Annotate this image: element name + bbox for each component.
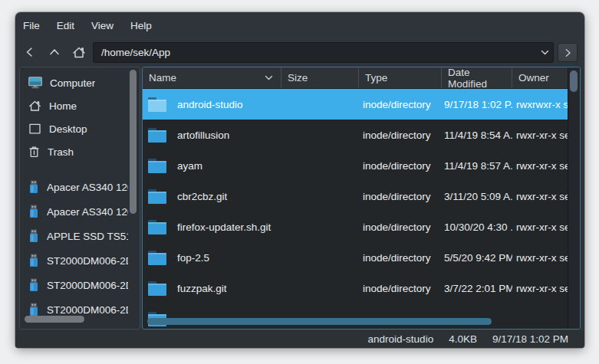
- usb-drive-icon: [28, 205, 39, 218]
- path-dropdown-button[interactable]: [536, 50, 553, 55]
- status-file-name: android-studio: [368, 333, 434, 345]
- menu-item-file[interactable]: File: [17, 17, 46, 34]
- chevron-right-icon: [562, 48, 573, 58]
- file-owner: rwxrwxr-x s: [512, 89, 569, 120]
- table-body: android-studioinode/directory9/17/18 1:0…: [143, 89, 569, 303]
- file-type: inode/directory: [359, 120, 442, 150]
- location-bar[interactable]: [93, 42, 554, 63]
- file-type: inode/directory: [359, 89, 442, 120]
- file-owner: rwxr-xr-x se: [512, 242, 569, 273]
- folder-icon: [147, 188, 167, 205]
- file-date-modified: 3/7/22 2:01 PM: [442, 273, 512, 303]
- folder-icon: [147, 280, 167, 297]
- table-row-fuzzpak.git[interactable]: fuzzpak.gitinode/directory3/7/22 2:01 PM…: [143, 273, 569, 303]
- desktop-icon: [28, 123, 41, 135]
- list-vertical-scrollbar-track[interactable]: [568, 67, 580, 330]
- sidebar-item-label: ST2000DM006-2D: [47, 304, 128, 316]
- file-size: [281, 242, 359, 273]
- file-size: [281, 181, 359, 212]
- column-header-name[interactable]: Name: [143, 67, 281, 88]
- file-date-modified: 11/4/19 8:54 A...: [442, 120, 512, 150]
- column-header-label: Name: [149, 72, 176, 84]
- up-button[interactable]: [44, 42, 64, 62]
- file-date-modified: 3/11/20 5:09 A...: [442, 181, 512, 212]
- table-row-cbr2cbz.git[interactable]: cbr2cbz.gitinode/directory3/11/20 5:09 A…: [143, 181, 569, 212]
- table-row-ayam[interactable]: ayaminode/directory11/4/19 8:57 A...rwxr…: [143, 150, 569, 181]
- file-owner: rwxr-xr-x se: [512, 212, 569, 242]
- file-name: ayam: [177, 160, 202, 172]
- column-header-label: Size: [288, 72, 308, 84]
- chevron-down-icon: [541, 50, 549, 55]
- sidebar-item-apacer-as340-120[interactable]: Apacer AS340 120: [21, 200, 128, 223]
- file-owner: rwxr-xr-x se: [512, 181, 569, 212]
- folder-icon: [147, 249, 167, 266]
- file-type: inode/directory: [359, 212, 442, 242]
- file-name: fuzzpak.git: [177, 283, 227, 294]
- sidebar-item-apple-ssd-ts512[interactable]: APPLE SSD TS512: [21, 225, 128, 248]
- sidebar-item-label: ST2000DM006-2D: [47, 255, 128, 267]
- table-row-android-studio[interactable]: android-studioinode/directory9/17/18 1:0…: [143, 89, 569, 120]
- sidebar-item-desktop[interactable]: Desktop: [21, 117, 128, 140]
- sidebar-horizontal-scrollbar[interactable]: [25, 316, 84, 323]
- sidebar-item-label: Computer: [50, 77, 95, 89]
- file-size: [281, 212, 359, 242]
- sidebar-item-trash[interactable]: Trash: [21, 140, 128, 163]
- chevron-left-icon: [24, 46, 36, 58]
- file-size: [281, 89, 359, 120]
- file-owner: rwxr-xr-x se: [512, 120, 569, 150]
- forward-button[interactable]: [558, 43, 578, 62]
- folder-icon: [147, 96, 167, 113]
- menu-item-edit[interactable]: Edit: [51, 17, 81, 34]
- usb-drive-icon: [28, 303, 39, 316]
- file-name: cbr2cbz.git: [177, 191, 227, 202]
- file-size: [281, 120, 359, 150]
- sidebar-item-home[interactable]: Home: [21, 94, 128, 117]
- status-file-date: 9/17/18 1:02 PM: [492, 333, 568, 345]
- home-icon: [72, 46, 86, 59]
- back-button[interactable]: [20, 42, 40, 62]
- file-owner: rwxr-xr-x se: [512, 150, 569, 181]
- file-size: [281, 150, 359, 181]
- navigation-toolbar: [15, 38, 584, 66]
- folder-icon: [147, 126, 167, 143]
- sidebar-item-label: Home: [49, 100, 77, 112]
- path-input[interactable]: [94, 47, 536, 58]
- trash-icon: [28, 146, 40, 158]
- file-date-modified: 10/30/20 4:30 ...: [442, 212, 512, 242]
- file-name: firefox-updater.sh.git: [177, 221, 271, 233]
- home-button[interactable]: [69, 42, 89, 62]
- column-header-label: Owner: [518, 72, 549, 84]
- sidebar-item-st2000dm006-2d[interactable]: ST2000DM006-2D: [21, 274, 128, 297]
- sidebar-item-st2000dm006-2d[interactable]: ST2000DM006-2D: [21, 249, 128, 272]
- file-date-modified: 11/4/19 8:57 A...: [442, 150, 512, 181]
- file-list-view: NameSizeTypeDate ModifiedOwner android-s…: [142, 67, 581, 330]
- list-horizontal-scrollbar[interactable]: [147, 318, 492, 325]
- table-row-fop-2.5[interactable]: fop-2.5inode/directory5/5/20 9:42 PMrwxr…: [143, 242, 569, 273]
- column-header-type[interactable]: Type: [359, 67, 442, 88]
- column-header-label: Type: [365, 72, 387, 84]
- sidebar-item-label: ST2000DM006-2D: [47, 280, 128, 291]
- table-row-firefox-updater.sh.git[interactable]: firefox-updater.sh.gitinode/directory10/…: [143, 212, 569, 242]
- menu-item-view[interactable]: View: [85, 17, 120, 34]
- status-bar: android-studio 4.0KB 9/17/18 1:02 PM: [15, 330, 584, 348]
- sidebar-item-computer[interactable]: Computer: [21, 71, 128, 94]
- column-header-size[interactable]: Size: [281, 67, 359, 88]
- usb-drive-icon: [28, 278, 39, 292]
- status-file-size: 4.0KB: [449, 333, 477, 345]
- column-header-date-modified[interactable]: Date Modified: [442, 67, 512, 88]
- column-header-label: Date Modified: [448, 67, 512, 90]
- usb-drive-icon: [28, 229, 39, 243]
- sidebar-item-label: APPLE SSD TS512: [47, 231, 128, 242]
- sidebar-item-apacer-as340-120[interactable]: Apacer AS340 120: [21, 175, 128, 198]
- chevron-up-icon: [48, 46, 61, 58]
- sidebar-item-label: Trash: [48, 146, 74, 158]
- column-header-owner[interactable]: Owner: [512, 67, 569, 88]
- sidebar-item-label: Apacer AS340 120: [47, 206, 128, 218]
- table-row-artofillusion[interactable]: artofillusioninode/directory11/4/19 8:54…: [143, 120, 569, 150]
- usb-drive-icon: [28, 180, 39, 194]
- menu-item-help[interactable]: Help: [124, 17, 158, 34]
- sidebar-vertical-scrollbar[interactable]: [130, 70, 137, 214]
- places-panel: ComputerHomeDesktopTrash Apacer AS340 12…: [19, 67, 140, 330]
- list-vertical-scrollbar[interactable]: [570, 71, 578, 92]
- home-icon: [28, 100, 41, 112]
